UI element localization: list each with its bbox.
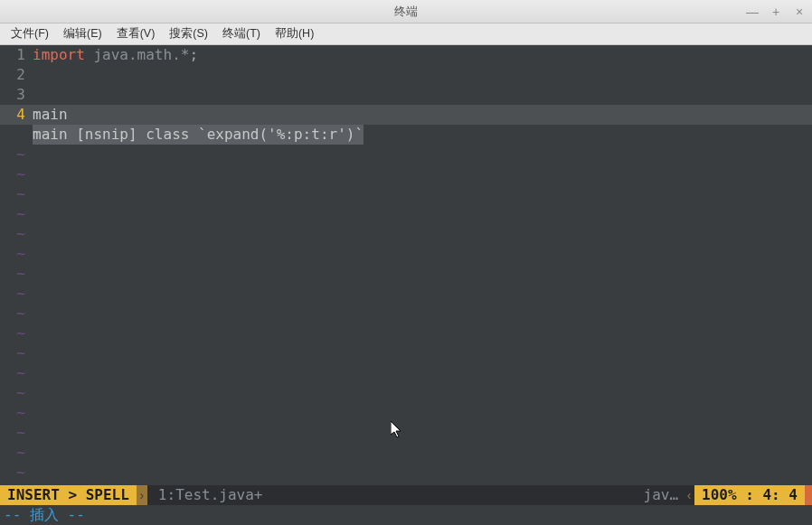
tilde: ~ bbox=[0, 343, 33, 363]
menu-search[interactable]: 搜索(S) bbox=[162, 23, 215, 44]
tilde: ~ bbox=[0, 363, 33, 383]
status-separator-icon: › bbox=[137, 485, 147, 505]
menu-view[interactable]: 查看(V) bbox=[109, 23, 163, 44]
menu-terminal[interactable]: 终端(T) bbox=[215, 23, 268, 44]
package-name: java.math.* bbox=[85, 46, 190, 63]
completion-text: main [nsnip] class `expand('%:p:t:r')` bbox=[33, 125, 812, 145]
status-separator-icon: ‹ bbox=[684, 485, 694, 505]
empty-line: ~ bbox=[0, 184, 812, 204]
code-line: 1 import java.math.*; bbox=[0, 45, 812, 65]
status-mode: INSERT > SPELL bbox=[0, 485, 137, 505]
code-line-current: 4 main bbox=[0, 105, 812, 125]
tilde: ~ bbox=[0, 244, 33, 264]
tilde: ~ bbox=[0, 323, 33, 343]
command-line: -- 插入 -- bbox=[0, 505, 812, 525]
line-number: 2 bbox=[0, 65, 33, 85]
tilde: ~ bbox=[0, 423, 33, 443]
line-number: 3 bbox=[0, 85, 33, 105]
tilde: ~ bbox=[0, 304, 33, 323]
status-position: 100% : 4: 4 bbox=[694, 485, 805, 505]
window-controls: — + × bbox=[745, 5, 807, 19]
minimize-button[interactable]: — bbox=[745, 5, 760, 19]
code-line: 3 bbox=[0, 85, 812, 105]
status-end-cap bbox=[805, 485, 812, 505]
tilde: ~ bbox=[0, 224, 33, 244]
close-button[interactable]: × bbox=[792, 5, 807, 19]
tilde: ~ bbox=[0, 383, 33, 403]
menubar: 文件(F) 编辑(E) 查看(V) 搜索(S) 终端(T) 帮助(H) bbox=[0, 23, 812, 45]
menu-file[interactable]: 文件(F) bbox=[4, 23, 56, 44]
empty-line: ~ bbox=[0, 463, 812, 483]
empty-line: ~ bbox=[0, 224, 812, 244]
window-title: 终端 bbox=[394, 4, 418, 20]
tilde: ~ bbox=[0, 145, 33, 164]
empty-line: ~ bbox=[0, 443, 812, 463]
statusbar: INSERT > SPELL › 1:Test.java+ jav… ‹ 100… bbox=[0, 485, 812, 505]
menu-edit[interactable]: 编辑(E) bbox=[56, 23, 109, 44]
code-content: import java.math.*; bbox=[33, 45, 812, 65]
empty-line: ~ bbox=[0, 363, 812, 383]
completion-item[interactable]: main [nsnip] class `expand('%:p:t:r')` bbox=[33, 125, 364, 145]
titlebar: 终端 — + × bbox=[0, 0, 812, 23]
status-filename: 1:Test.java+ bbox=[147, 485, 274, 505]
line-number: 1 bbox=[0, 45, 33, 65]
empty-line: ~ bbox=[0, 284, 812, 304]
tilde: ~ bbox=[0, 403, 33, 423]
tilde: ~ bbox=[0, 204, 33, 224]
empty-line: ~ bbox=[0, 423, 812, 443]
tilde: ~ bbox=[0, 184, 33, 204]
code-content: main bbox=[33, 105, 812, 125]
empty-line: ~ bbox=[0, 383, 812, 403]
tilde: ~ bbox=[0, 284, 33, 304]
empty-line: ~ bbox=[0, 323, 812, 343]
code-line: 2 bbox=[0, 65, 812, 85]
tilde: ~ bbox=[0, 443, 33, 463]
status-spacer bbox=[273, 485, 637, 505]
empty-line: ~ bbox=[0, 304, 812, 323]
tilde: ~ bbox=[0, 463, 33, 483]
completion-popup[interactable]: main [nsnip] class `expand('%:p:t:r')` bbox=[0, 125, 812, 145]
tilde-gutter bbox=[0, 125, 33, 145]
line-number-current: 4 bbox=[0, 105, 33, 125]
status-filetype: jav… bbox=[638, 485, 685, 505]
empty-line: ~ bbox=[0, 343, 812, 363]
terminal-area[interactable]: 1 import java.math.*; 2 3 4 main main [n… bbox=[0, 45, 812, 525]
maximize-button[interactable]: + bbox=[769, 5, 783, 19]
empty-line: ~ bbox=[0, 145, 812, 164]
empty-line: ~ bbox=[0, 264, 812, 284]
code-content bbox=[33, 85, 812, 105]
menu-help[interactable]: 帮助(H) bbox=[268, 23, 321, 44]
empty-line: ~ bbox=[0, 164, 812, 184]
semicolon: ; bbox=[189, 46, 198, 63]
editor[interactable]: 1 import java.math.*; 2 3 4 main main [n… bbox=[0, 45, 812, 485]
code-content bbox=[33, 65, 812, 85]
tilde: ~ bbox=[0, 164, 33, 184]
empty-line: ~ bbox=[0, 204, 812, 224]
tilde: ~ bbox=[0, 264, 33, 284]
keyword-import: import bbox=[33, 46, 85, 63]
empty-line: ~ bbox=[0, 403, 812, 423]
empty-line: ~ bbox=[0, 244, 812, 264]
